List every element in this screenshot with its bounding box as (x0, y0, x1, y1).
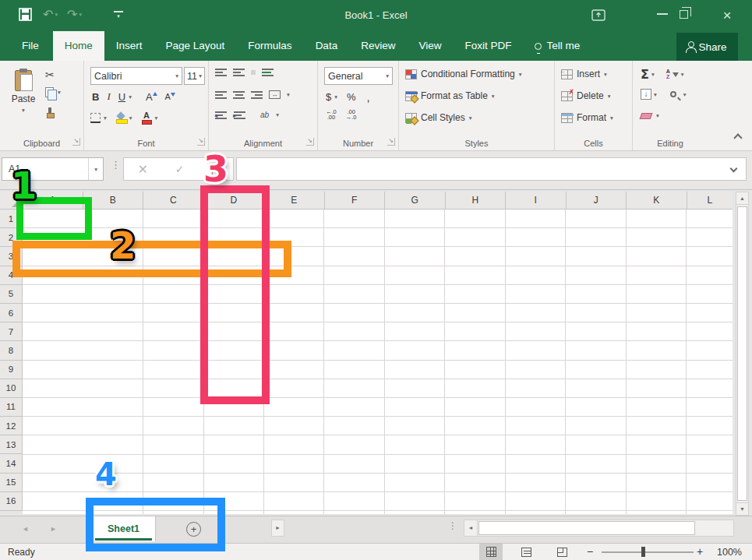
decrease-decimal-button[interactable]: .00 →.0 (346, 109, 357, 120)
orientation-icon[interactable]: ab (260, 111, 269, 119)
center-button[interactable] (233, 91, 245, 99)
tab-foxit-pdf[interactable]: Foxit PDF (453, 31, 523, 61)
paste-button[interactable]: Paste ▾ (6, 67, 41, 128)
top-align-button[interactable] (215, 69, 227, 76)
tab-formulas[interactable]: Formulas (236, 31, 303, 61)
scroll-down-icon[interactable]: ▼ (736, 502, 748, 515)
increase-font-size-button[interactable]: A (146, 91, 157, 103)
underline-button[interactable]: U (118, 91, 125, 103)
borders-icon[interactable] (90, 113, 101, 123)
tab-review[interactable]: Review (349, 31, 407, 61)
zoom-in-button[interactable]: + (697, 545, 703, 558)
autosum-caret-icon[interactable]: ▾ (651, 71, 655, 78)
align-left-button[interactable] (215, 91, 227, 99)
restore-button[interactable] (680, 10, 688, 19)
font-size-combobox[interactable]: 11▾ (184, 67, 205, 85)
tab-view[interactable]: View (407, 31, 453, 61)
vertical-scrollbar-thumb[interactable] (737, 206, 747, 501)
row-header-5[interactable]: 5 (0, 285, 23, 304)
column-header-L[interactable]: L (687, 192, 733, 209)
column-header-J[interactable]: J (567, 192, 627, 209)
collapse-ribbon-icon[interactable] (733, 133, 742, 142)
scroll-left-icon[interactable]: ◄ (464, 520, 478, 536)
column-header-K[interactable]: K (627, 192, 687, 209)
tab-home[interactable]: Home (53, 31, 104, 61)
font-size-caret-icon[interactable]: ▾ (199, 72, 202, 79)
undo-caret-icon[interactable]: ▾ (55, 12, 58, 17)
increase-indent-button[interactable]: ▸ (234, 111, 245, 119)
name-box-caret-icon[interactable]: ▾ (88, 158, 103, 180)
orientation-caret-icon[interactable]: ▾ (276, 111, 279, 118)
align-right-button[interactable] (251, 91, 263, 99)
bold-button[interactable]: B (92, 91, 99, 103)
row-header-13[interactable]: 13 (0, 435, 23, 454)
ribbon-display-options-icon[interactable] (591, 9, 605, 21)
cell-styles-button[interactable]: Cell Styles ▾ (405, 112, 471, 123)
tab-strip-grip-icon[interactable]: ⋮ (448, 523, 457, 530)
tab-data[interactable]: Data (304, 31, 350, 61)
sheet-nav-right-icon[interactable]: ► (50, 525, 57, 533)
page-break-preview-button[interactable] (550, 544, 574, 560)
delete-cells-button[interactable]: Delete ▾ (561, 90, 610, 101)
font-color-caret-icon[interactable]: ▾ (155, 114, 158, 122)
close-button[interactable]: × (717, 5, 737, 26)
italic-button[interactable]: I (107, 90, 110, 103)
sheet-nav-left-icon[interactable]: ◄ (22, 525, 29, 533)
redo-caret-icon[interactable]: ▾ (79, 12, 82, 17)
expand-formula-bar-icon[interactable] (730, 165, 738, 173)
row-header-7[interactable]: 7 (0, 322, 23, 341)
fill-button[interactable]: ↓ (641, 89, 651, 100)
clipboard-dialog-launcher-icon[interactable]: ↘ (72, 138, 80, 146)
wrap-text-button[interactable] (262, 69, 274, 76)
accounting-caret-icon[interactable]: ▾ (334, 93, 337, 100)
column-header-H[interactable]: H (446, 192, 507, 209)
customize-quick-access-toolbar-icon[interactable]: ▾ (114, 11, 123, 19)
save-icon[interactable] (19, 8, 32, 21)
row-header-11[interactable]: 11 (0, 398, 23, 417)
cancel-icon[interactable]: ✕ (137, 162, 147, 177)
zoom-slider-handle[interactable] (641, 547, 645, 557)
font-family-caret-icon[interactable]: ▾ (175, 72, 178, 79)
zoom-slider-track[interactable] (602, 551, 694, 553)
row-header-9[interactable]: 9 (0, 361, 23, 379)
decrease-font-size-button[interactable]: A (165, 92, 175, 101)
conditional-formatting-button[interactable]: Conditional Formatting ▾ (405, 69, 522, 79)
row-header-16[interactable]: 16 (0, 492, 23, 511)
row-header-14[interactable]: 14 (0, 454, 23, 473)
format-painter-button[interactable] (45, 107, 55, 117)
merge-center-button[interactable]: ↔ (269, 90, 281, 99)
clear-caret-icon[interactable]: ▾ (656, 112, 659, 119)
vertical-scrollbar[interactable]: ▲ ▼ (736, 192, 749, 516)
column-header-C[interactable]: C (143, 192, 204, 209)
fill-caret-icon[interactable]: ▾ (654, 91, 657, 98)
insert-cells-button[interactable]: Insert ▾ (561, 69, 607, 79)
horizontal-scrollbar-thumb[interactable] (478, 521, 695, 535)
scroll-right-icon[interactable]: ► (271, 519, 284, 537)
horizontal-scrollbar[interactable]: ◄ (464, 519, 734, 537)
row-header-12[interactable]: 12 (0, 417, 23, 435)
zoom-out-button[interactable]: − (587, 545, 593, 558)
cut-button[interactable]: ✂ (45, 69, 55, 81)
row-header-8[interactable]: 8 (0, 341, 23, 360)
page-layout-view-button[interactable] (514, 544, 538, 560)
alignment-dialog-launcher-icon[interactable]: ↘ (306, 138, 314, 146)
row-header-10[interactable]: 10 (0, 379, 23, 398)
percent-style-button[interactable]: % (347, 91, 356, 103)
increase-decimal-button[interactable]: ←.0 .00 (326, 109, 337, 120)
tab-tell-me[interactable]: Tell me (523, 31, 591, 61)
tab-insert[interactable]: Insert (104, 31, 154, 61)
sort-filter-button[interactable]: AZ (666, 69, 670, 79)
find-select-icon[interactable] (670, 91, 676, 97)
number-format-combobox[interactable]: General▾ (324, 67, 393, 85)
column-header-B[interactable]: B (83, 192, 144, 209)
format-as-table-button[interactable]: Format as Table ▾ (405, 90, 495, 101)
font-family-combobox[interactable]: Calibri▾ (90, 67, 182, 85)
tab-page-layout[interactable]: Page Layout (154, 31, 237, 61)
column-header-F[interactable]: F (325, 192, 386, 209)
font-dialog-launcher-icon[interactable]: ↘ (197, 138, 205, 146)
formula-input[interactable] (236, 157, 747, 181)
scroll-up-icon[interactable]: ▲ (736, 192, 748, 205)
autosum-button[interactable]: Σ (641, 67, 649, 82)
clear-eraser-icon[interactable] (640, 113, 653, 119)
column-header-G[interactable]: G (385, 192, 446, 209)
